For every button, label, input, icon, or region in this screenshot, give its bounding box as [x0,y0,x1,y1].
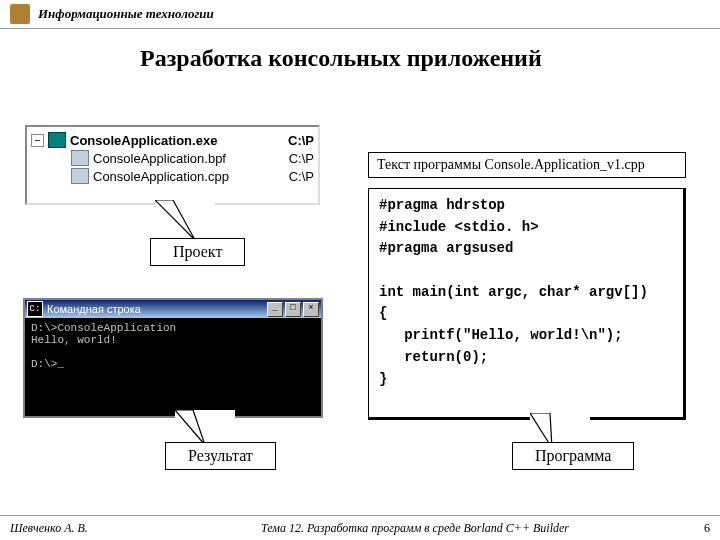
code-title: Текст программы Console.Application_v1.c… [368,152,686,178]
file-icon [71,168,89,184]
tree-item-path: C:\P [279,151,314,166]
footer-topic: Тема 12. Разработка программ в среде Bor… [150,521,680,536]
tree-row[interactable]: ConsoleApplication.bpf C:\P [31,149,314,167]
logo-icon [10,4,30,24]
console-title: Командная строка [47,303,265,315]
svg-marker-1 [175,410,205,445]
header-title: Информационные технологии [38,6,214,22]
tree-item-path: C:\P [279,169,314,184]
footer-page: 6 [680,521,710,536]
footer-author: Шевченко А. В. [10,521,150,536]
page-title: Разработка консольных приложений [140,45,542,72]
tree-item-label: ConsoleApplication.bpf [93,151,226,166]
tree-item-label: ConsoleApplication.cpp [93,169,229,184]
file-icon [71,150,89,166]
svg-marker-0 [155,200,195,240]
tree-item-path: C:\P [278,133,314,148]
close-button[interactable]: × [303,302,319,317]
exe-icon [48,132,66,148]
tree-row[interactable]: ConsoleApplication.cpp C:\P [31,167,314,185]
tree-row[interactable]: − ConsoleApplication.exe C:\P [31,131,314,149]
cmd-icon: C: [27,301,43,317]
maximize-button[interactable]: □ [285,302,301,317]
collapse-icon[interactable]: − [31,134,44,147]
header: Информационные технологии [0,0,720,29]
label-result: Результат [165,442,276,470]
console-titlebar[interactable]: C: Командная строка _ □ × [25,300,321,318]
label-project: Проект [150,238,245,266]
console-output: D:\>ConsoleApplication Hello, world! D:\… [25,318,321,374]
tree-item-label: ConsoleApplication.exe [70,133,217,148]
console-window: C: Командная строка _ □ × D:\>ConsoleApp… [23,298,323,418]
label-program: Программа [512,442,634,470]
code-listing: #pragma hdrstop #include <stdio. h> #pra… [368,188,686,420]
minimize-button[interactable]: _ [267,302,283,317]
project-tree: − ConsoleApplication.exe C:\P ConsoleApp… [25,125,320,205]
footer: Шевченко А. В. Тема 12. Разработка прогр… [0,515,720,540]
